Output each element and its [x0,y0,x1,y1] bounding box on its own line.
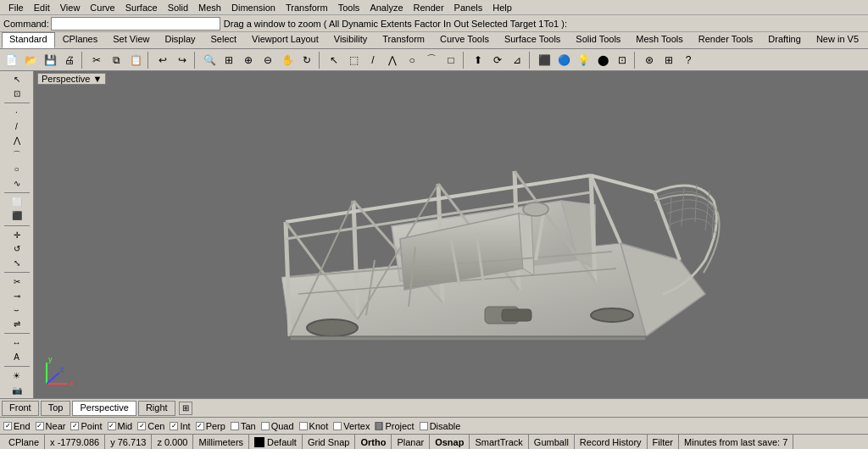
zoom-extent-button[interactable]: ⊞ [220,51,238,69]
trim-tool[interactable]: ✂ [3,275,31,289]
zoom-in-button[interactable]: ⊕ [239,51,258,69]
dimension-tool[interactable]: ↔ [3,336,31,350]
tab-cplanes[interactable]: CPlanes [55,32,106,48]
select-button[interactable]: ↖ [325,51,343,69]
osnap-int-check[interactable] [170,422,178,430]
rotate-button[interactable]: ↻ [298,51,316,69]
render-button[interactable]: ⬛ [535,51,554,69]
vp-tab-right[interactable]: Right [138,401,175,416]
tab-setview[interactable]: Set View [105,32,157,48]
osnap-perp-check[interactable] [196,422,204,430]
osnap-tan[interactable]: Tan [231,421,256,431]
snap-button[interactable]: ⊛ [640,51,659,69]
osnap-project[interactable]: Project [375,421,414,431]
fillet-tool[interactable]: ⌣ [3,303,31,317]
display-mode-button[interactable]: ⬤ [593,51,612,69]
tab-newinv5[interactable]: New in V5 [809,32,866,48]
vp-tab-perspective[interactable]: Perspective [72,401,136,416]
osnap-point[interactable]: Point [70,421,102,431]
osnap-disable[interactable]: Disable [420,421,461,431]
arc-tool[interactable]: ⌒ [3,148,31,162]
grid-button[interactable]: ⊞ [659,51,678,69]
osnap-perp[interactable]: Perp [196,421,225,431]
paste-button[interactable]: 📋 [126,51,145,69]
menu-mesh[interactable]: Mesh [193,2,226,14]
undo-button[interactable]: ↩ [153,51,172,69]
osnap-tan-check[interactable] [231,422,239,430]
status-ortho[interactable]: Ortho [355,435,392,449]
status-cplane[interactable]: CPlane [3,435,45,449]
print-button[interactable]: 🖨 [60,51,79,69]
status-filter[interactable]: Filter [648,435,679,449]
menu-dimension[interactable]: Dimension [226,2,281,14]
osnap-end-check[interactable] [3,422,12,430]
select-multiple-tool[interactable]: ⊡ [3,87,31,101]
text-tool[interactable]: A [3,351,31,364]
rotate-tool[interactable]: ↺ [3,242,31,256]
viewport-label[interactable]: Perspective ▼ [37,73,106,85]
status-gumball[interactable]: Gumball [529,435,575,449]
scale-tool[interactable]: ⤡ [3,257,31,270]
osnap-quad[interactable]: Quad [261,421,294,431]
redo-button[interactable]: ↪ [173,51,192,69]
tab-standard[interactable]: Standard [2,32,55,48]
status-record-history[interactable]: Record History [575,435,648,449]
osnap-near-check[interactable] [36,422,44,430]
status-osnap[interactable]: Osnap [430,435,470,449]
tab-solid-tools[interactable]: Solid Tools [568,32,628,48]
vp-tab-front[interactable]: Front [2,401,39,416]
circle-tool[interactable]: ○ [3,163,31,176]
new-button[interactable]: 📄 [2,51,20,69]
solid-tool[interactable]: ⬛ [3,209,31,223]
status-units[interactable]: Millimeters [193,435,249,449]
circle-button[interactable]: ○ [403,51,421,69]
light-tool-left[interactable]: ☀ [3,369,31,383]
osnap-mid[interactable]: Mid [108,421,133,431]
material-button[interactable]: 🔵 [554,51,573,69]
revolve-button[interactable]: ⟳ [488,51,507,69]
osnap-vertex-check[interactable] [333,422,342,430]
menu-solid[interactable]: Solid [163,2,193,14]
select-tool[interactable]: ↖ [3,73,31,86]
status-planar[interactable]: Planar [392,435,430,449]
osnap-near[interactable]: Near [36,421,66,431]
open-button[interactable]: 📂 [21,51,40,69]
osnap-int[interactable]: Int [170,421,190,431]
point-tool[interactable]: · [3,106,31,119]
polyline-button[interactable]: ⋀ [383,51,402,69]
extrude-button[interactable]: ⬆ [469,51,487,69]
camera-tool[interactable]: 📷 [3,383,31,396]
viewport-expand-button[interactable]: ⊞ [179,402,192,415]
select-window-button[interactable]: ⬚ [344,51,363,69]
tab-mesh-tools[interactable]: Mesh Tools [628,32,690,48]
tab-visibility[interactable]: Visibility [326,32,376,48]
cut-button[interactable]: ✂ [87,51,106,69]
help-button[interactable]: ? [679,51,698,69]
menu-file[interactable]: File [3,2,29,14]
osnap-vertex[interactable]: Vertex [333,421,370,431]
menu-view[interactable]: View [55,2,86,14]
tab-select[interactable]: Select [203,32,245,48]
mirror-tool[interactable]: ⇌ [3,318,31,331]
light-button[interactable]: 💡 [574,51,593,69]
tab-render-tools[interactable]: Render Tools [691,32,761,48]
menu-panels[interactable]: Panels [449,2,488,14]
tab-transform[interactable]: Transform [375,32,432,48]
copy-button[interactable]: ⧉ [107,51,125,69]
viewport-container[interactable]: Perspective ▼ [34,71,868,398]
extend-tool[interactable]: ⊸ [3,289,31,302]
osnap-mid-check[interactable] [108,422,116,430]
osnap-project-check[interactable] [375,422,383,430]
menu-transform[interactable]: Transform [281,2,333,14]
menu-curve[interactable]: Curve [85,2,120,14]
osnap-cen-check[interactable] [137,422,146,430]
loft-button[interactable]: ⊿ [508,51,526,69]
status-grid-snap[interactable]: Grid Snap [303,435,356,449]
zoom-window-button[interactable]: 🔍 [200,51,219,69]
command-input[interactable] [51,17,220,30]
vp-tab-top[interactable]: Top [41,401,71,416]
curve-tool[interactable]: ∿ [3,176,31,190]
menu-tools[interactable]: Tools [333,2,365,14]
tab-drafting[interactable]: Drafting [760,32,809,48]
surface-tool[interactable]: ⬜ [3,196,31,209]
